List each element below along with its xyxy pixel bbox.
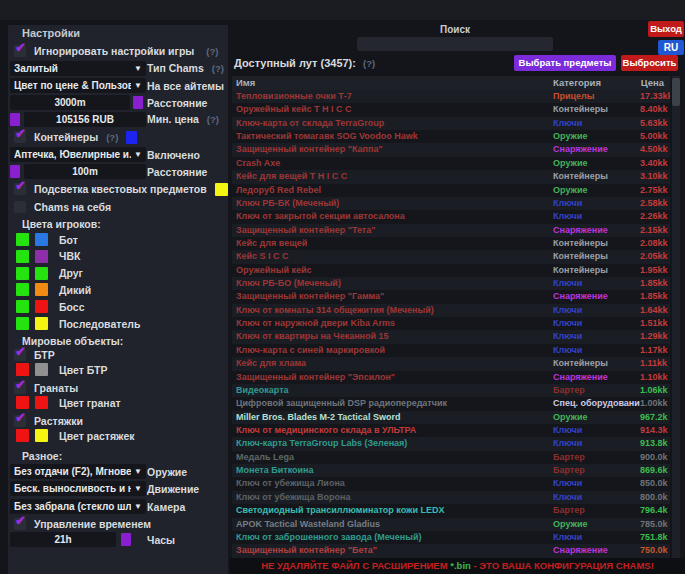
- column-category[interactable]: Категория: [553, 76, 640, 90]
- min-price-input[interactable]: 105156 RUB: [24, 112, 146, 127]
- loot-row[interactable]: Оружейный кейсКонтейнеры1.95kk: [232, 264, 670, 277]
- loot-row[interactable]: Ключ от медицинского склада в УЛЬТРАКлюч…: [232, 424, 670, 437]
- time-control-checkbox[interactable]: ✔: [14, 518, 26, 530]
- loot-row[interactable]: Защищенный контейнер "Бета"Снаряжение750…: [232, 544, 670, 557]
- loot-row[interactable]: Ключ-карта TerraGroup Labs (Зеленая)Ключ…: [232, 437, 670, 450]
- loot-row[interactable]: Ключ-карта с синей маркировкойКлючи1.17k…: [232, 344, 670, 357]
- player-color-label: Друг: [59, 267, 83, 279]
- grenade-color-swatch-1[interactable]: [16, 396, 29, 409]
- player-visible-color-swatch[interactable]: [16, 317, 29, 330]
- loot-row[interactable]: Ключ РБ-БК (Меченый)Ключи2.58kk: [232, 197, 670, 210]
- help-icon[interactable]: (?): [207, 114, 219, 125]
- containers-color-swatch[interactable]: [126, 131, 137, 144]
- loot-row[interactable]: Ледоруб Red RebelОружие2.75kk: [232, 184, 670, 197]
- loot-row[interactable]: Тепловизионные очки Т-7Прицелы17.33kk: [232, 90, 670, 103]
- loot-row[interactable]: Ключ-карта от склада TerraGroupКлючи5.63…: [232, 117, 670, 130]
- btr-color-swatch-2[interactable]: [35, 363, 48, 376]
- distance-color-swatch[interactable]: [133, 96, 143, 109]
- player-visible-color-swatch[interactable]: [16, 300, 29, 313]
- player-visible-color-swatch[interactable]: [16, 233, 29, 246]
- loot-row[interactable]: Монета БиткоинаБартер869.6k: [232, 464, 670, 477]
- loot-table: Тепловизионные очки Т-7Прицелы17.33kkОру…: [232, 90, 670, 558]
- hours-input[interactable]: 21h: [10, 532, 116, 547]
- container-distance-input[interactable]: 100m: [24, 164, 146, 179]
- loot-row[interactable]: Ключ от комнаты 314 общежития (Меченый)К…: [232, 304, 670, 317]
- tripwire-color-swatch-2[interactable]: [35, 429, 48, 442]
- item-category: Бартер: [553, 504, 640, 517]
- tripwire-color-swatch-1[interactable]: [16, 429, 29, 442]
- quest-highlight-checkbox[interactable]: ✔: [14, 183, 26, 195]
- help-icon[interactable]: (?): [206, 46, 218, 57]
- loot-row[interactable]: Защищенный контейнер "Гамма"Снаряжение1.…: [232, 290, 670, 303]
- loot-row[interactable]: Оружейный кейс T H I C CКонтейнеры8.40kk: [232, 103, 670, 116]
- player-visible-color-swatch[interactable]: [16, 267, 29, 280]
- grenades-checkbox[interactable]: ✔: [14, 382, 26, 394]
- player-hidden-color-swatch[interactable]: [35, 233, 48, 246]
- player-color-row: Бот: [16, 233, 78, 246]
- camera-dropdown[interactable]: Без забрала (стекло шлема) ▼: [10, 499, 146, 514]
- loot-row[interactable]: Кейс для вещей T H I C CКонтейнеры3.10kk: [232, 170, 670, 183]
- loot-row[interactable]: Тактический томагавк SOG Voodoo HawkОруж…: [232, 130, 670, 143]
- ignore-settings-checkbox[interactable]: ✔: [14, 45, 26, 57]
- hours-color-swatch[interactable]: [121, 533, 131, 546]
- loot-row[interactable]: Светодиодный трансиллюминатор кожи LEDXБ…: [232, 504, 670, 517]
- player-hidden-color-swatch[interactable]: [35, 300, 48, 313]
- loot-row[interactable]: APOK Tactical Wasteland GladiusОружие785…: [232, 518, 670, 531]
- help-icon[interactable]: (?): [106, 132, 118, 143]
- item-name: Ключ от комнаты 314 общежития (Меченый): [232, 304, 553, 317]
- distance-input[interactable]: 3000m: [10, 95, 130, 110]
- loot-row[interactable]: Цифровой защищенный DSP радиопередатчикС…: [232, 397, 670, 410]
- loot-row[interactable]: Защищенный контейнер "Эпсилон"Снаряжение…: [232, 371, 670, 384]
- min-price-color-swatch[interactable]: [10, 113, 20, 126]
- loot-row[interactable]: Защищенный контейнер "Каппа"Снаряжение4.…: [232, 143, 670, 156]
- containers-checkbox[interactable]: ✔: [14, 131, 26, 143]
- exit-button[interactable]: Выход: [648, 21, 684, 37]
- player-hidden-color-swatch[interactable]: [35, 267, 48, 280]
- loot-row[interactable]: Защищенный контейнер "Тета"Снаряжение2.1…: [232, 224, 670, 237]
- loot-row[interactable]: Ключ от убежища ЛионаКлючи850.0k: [232, 477, 670, 490]
- grenade-color-swatch-2[interactable]: [35, 396, 48, 409]
- item-price: 5.00kk: [640, 130, 670, 143]
- column-name[interactable]: Имя: [232, 76, 553, 90]
- loot-row[interactable]: Кейс S I C CКонтейнеры2.05kk: [232, 250, 670, 263]
- btr-checkbox[interactable]: ✔: [14, 349, 26, 361]
- loot-row[interactable]: Ключ от наружной двери Kiba ArmsКлючи1.5…: [232, 317, 670, 330]
- player-hidden-color-swatch[interactable]: [35, 283, 48, 296]
- player-visible-color-swatch[interactable]: [16, 250, 29, 263]
- item-category: Ключи: [553, 344, 640, 357]
- tripwires-checkbox[interactable]: ✔: [14, 415, 26, 427]
- search-input[interactable]: [357, 37, 553, 51]
- loot-row[interactable]: Crash AxeОружие3.40kk: [232, 157, 670, 170]
- color-mode-dropdown[interactable]: Цвет по цене & Пользователь ▼: [10, 78, 146, 93]
- select-kappa-button[interactable]: Выбрать предметы каппа: [514, 55, 616, 71]
- loot-row[interactable]: Медаль LegaБартер900.0k: [232, 451, 670, 464]
- movement-dropdown[interactable]: Беск. выносливость и нет уста ▼: [10, 481, 146, 496]
- container-distance-color-swatch[interactable]: [10, 165, 20, 178]
- loot-row[interactable]: Ключ от квартиры на Чеканной 15Ключи1.29…: [232, 330, 670, 343]
- self-chams-checkbox[interactable]: [14, 201, 26, 213]
- language-button[interactable]: RU: [658, 40, 684, 55]
- item-price: 8.40kk: [640, 103, 670, 116]
- table-scrollbar[interactable]: [672, 76, 680, 558]
- weapon-dropdown[interactable]: Без отдачи (F2), Мгновенное п ▼: [10, 464, 146, 479]
- help-icon[interactable]: (?): [212, 63, 224, 74]
- table-scrollbar-thumb[interactable]: [672, 78, 680, 106]
- help-icon[interactable]: (?): [363, 58, 375, 69]
- loot-row[interactable]: Ключ РБ-БО (Меченый)Ключи1.85kk: [232, 277, 670, 290]
- loot-row[interactable]: Кейс для вещейКонтейнеры2.08kk: [232, 237, 670, 250]
- chams-type-dropdown[interactable]: Залитый ▼: [10, 61, 146, 76]
- loot-row[interactable]: Miller Bros. Blades M-2 Tactical SwordОр…: [232, 411, 670, 424]
- discard-all-button[interactable]: Выбросить все: [621, 55, 678, 71]
- player-hidden-color-swatch[interactable]: [35, 317, 48, 330]
- loot-row[interactable]: Кейс для хламаКонтейнеры1.11kk: [232, 357, 670, 370]
- quest-highlight-color-swatch[interactable]: [215, 183, 228, 196]
- player-visible-color-swatch[interactable]: [16, 283, 29, 296]
- column-price[interactable]: Цена: [640, 76, 670, 90]
- loot-row[interactable]: Ключ от убежища ВоронаКлючи800.0k: [232, 491, 670, 504]
- loot-row[interactable]: ВидеокартаБартер1.06kk: [232, 384, 670, 397]
- player-hidden-color-swatch[interactable]: [35, 250, 48, 263]
- btr-color-swatch-1[interactable]: [16, 363, 29, 376]
- loot-row[interactable]: Ключ от заброшенного завода (Меченый)Клю…: [232, 531, 670, 544]
- container-types-dropdown[interactable]: Аптечка, Ювелирные и... ▼: [10, 147, 146, 162]
- loot-row[interactable]: Ключ от закрытой секции автосалонаКлючи2…: [232, 210, 670, 223]
